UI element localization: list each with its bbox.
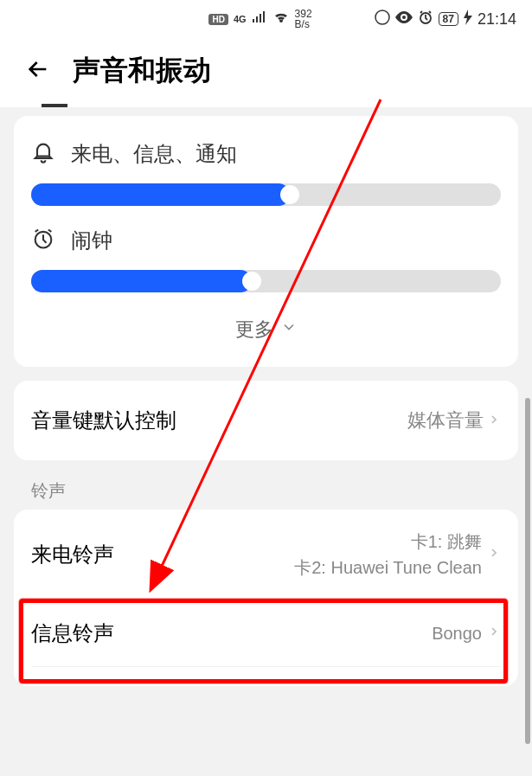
svg-point-0: [375, 10, 389, 24]
more-label: 更多: [235, 317, 273, 343]
svg-point-1: [402, 16, 406, 19]
network-speed: 392 B/s: [295, 9, 312, 29]
chevron-right-icon: [487, 546, 501, 563]
volume-key-card: 音量键默认控制 媒体音量: [14, 381, 518, 460]
incoming-ringtone-values: 卡1: 跳舞 卡2: Huawei Tune Clean: [294, 529, 482, 580]
alarm-volume-slider[interactable]: [31, 270, 501, 292]
message-ringtone-value: Bongo: [432, 620, 482, 646]
volume-key-label: 音量键默认控制: [31, 407, 176, 434]
alarm-status-icon: [418, 10, 433, 29]
message-ringtone-label: 信息铃声: [31, 619, 114, 647]
message-ringtone-row[interactable]: 信息铃声 Bongo: [31, 600, 501, 667]
peek-indicator: [42, 104, 67, 107]
battery-icon: 87: [439, 12, 458, 26]
alarm-volume-label: 闹钟: [71, 227, 112, 254]
network-type: 4G: [234, 14, 247, 24]
charging-icon: [464, 10, 472, 29]
incoming-ringtone-label: 来电铃声: [31, 541, 114, 568]
ring-volume-row: 来电、信息、通知: [31, 140, 501, 206]
ringtone-card: 来电铃声 卡1: 跳舞 卡2: Huawei Tune Clean 信息铃声 B…: [14, 510, 518, 686]
page-header: 声音和振动: [0, 35, 532, 107]
chevron-down-icon: [280, 318, 298, 341]
volume-card: 来电、信息、通知 闹钟 更多: [14, 116, 518, 367]
volume-key-row[interactable]: 音量键默认控制 媒体音量: [31, 405, 501, 436]
chevron-right-icon: [487, 409, 501, 432]
volume-key-value: 媒体音量: [407, 407, 484, 433]
page-title: 声音和振动: [73, 52, 211, 90]
back-icon[interactable]: [24, 55, 52, 87]
moon-icon: [375, 10, 390, 29]
alarm-icon: [31, 227, 55, 254]
wifi-icon: [272, 10, 290, 28]
more-button[interactable]: 更多: [31, 317, 501, 343]
hd-badge: HD: [208, 14, 228, 25]
partial-row[interactable]: [31, 667, 501, 686]
eye-icon: [395, 11, 413, 27]
scrollbar[interactable]: [525, 398, 530, 744]
incoming-ringtone-row[interactable]: 来电铃声 卡1: 跳舞 卡2: Huawei Tune Clean: [31, 510, 501, 600]
status-bar: HD 4G 392 B/s 87 21:14: [0, 0, 532, 35]
signal-icon: [252, 10, 267, 28]
ring-volume-slider[interactable]: [31, 183, 501, 206]
ringtone-section-title: 铃声: [14, 474, 518, 510]
chevron-right-icon: [487, 625, 501, 642]
alarm-volume-row: 闹钟: [31, 227, 501, 292]
clock-time: 21:14: [478, 10, 516, 29]
ring-volume-label: 来电、信息、通知: [71, 140, 237, 168]
status-right-icons: 87 21:14: [375, 10, 516, 29]
bell-icon: [31, 140, 55, 168]
status-left-icons: HD 4G 392 B/s: [208, 9, 311, 29]
